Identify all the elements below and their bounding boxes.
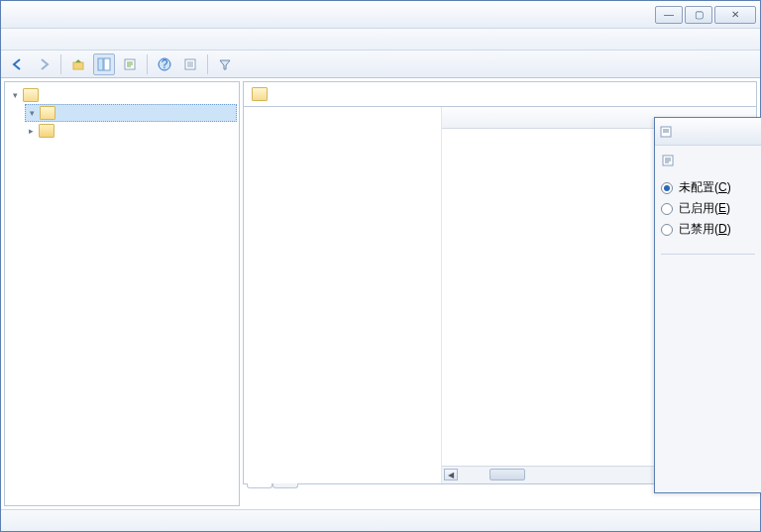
radio-disabled[interactable] bbox=[661, 224, 673, 236]
folder-icon bbox=[40, 106, 55, 120]
tab-extended[interactable] bbox=[247, 483, 272, 488]
tree-desktop[interactable]: ▸ bbox=[25, 122, 237, 140]
collapse-icon[interactable]: ▾ bbox=[9, 89, 21, 101]
main-window: — ▢ ✕ ? ▾ bbox=[0, 0, 761, 532]
export-button[interactable] bbox=[119, 53, 141, 75]
help-button[interactable]: ? bbox=[154, 53, 175, 75]
detail-pane bbox=[244, 107, 442, 483]
folder-icon bbox=[23, 88, 39, 102]
tree-root[interactable]: ▾ bbox=[9, 86, 237, 104]
label-enabled: 已启用(E) bbox=[679, 200, 730, 217]
forward-button[interactable] bbox=[33, 53, 54, 75]
menu-file[interactable] bbox=[7, 38, 23, 42]
back-button[interactable] bbox=[7, 53, 29, 75]
svg-rect-1 bbox=[98, 58, 103, 70]
maximize-button[interactable]: ▢ bbox=[685, 6, 712, 24]
tab-standard[interactable] bbox=[272, 483, 298, 488]
label-disabled: 已禁用(D) bbox=[679, 221, 731, 238]
menu-help[interactable] bbox=[66, 38, 82, 42]
close-button[interactable]: ✕ bbox=[714, 6, 756, 24]
radio-enabled[interactable] bbox=[661, 203, 673, 215]
scroll-left-icon[interactable]: ◀ bbox=[444, 469, 458, 480]
radio-not-configured[interactable] bbox=[661, 182, 673, 194]
folder-icon bbox=[252, 87, 268, 101]
status-bar bbox=[1, 509, 760, 531]
menubar bbox=[1, 29, 760, 51]
policy-dialog: 未配置(C) 已启用(E) 已禁用(D) bbox=[654, 117, 761, 493]
dialog-titlebar[interactable] bbox=[655, 118, 761, 146]
expand-icon[interactable]: ▸ bbox=[25, 125, 37, 137]
svg-rect-2 bbox=[104, 58, 110, 70]
show-tree-button[interactable] bbox=[93, 53, 115, 75]
filter-button[interactable] bbox=[214, 53, 236, 75]
list-header-bar bbox=[243, 81, 757, 107]
tree-system[interactable]: ▾ bbox=[25, 104, 237, 122]
scroll-thumb[interactable] bbox=[489, 469, 525, 480]
tree-pane[interactable]: ▾ ▾ ▸ bbox=[4, 81, 240, 506]
tree: ▾ ▾ ▸ bbox=[7, 86, 237, 140]
svg-text:?: ? bbox=[162, 57, 168, 71]
up-button[interactable] bbox=[67, 53, 89, 75]
toolbar: ? bbox=[1, 51, 760, 78]
minimize-button[interactable]: — bbox=[655, 6, 683, 24]
policy-icon bbox=[659, 125, 673, 139]
svg-rect-0 bbox=[73, 62, 83, 69]
label-not-configured: 未配置(C) bbox=[679, 179, 731, 196]
titlebar: — ▢ ✕ bbox=[1, 1, 760, 29]
policy-icon bbox=[661, 154, 675, 167]
menu-action[interactable] bbox=[27, 38, 43, 42]
folder-icon bbox=[39, 124, 54, 138]
menu-view[interactable] bbox=[47, 38, 62, 42]
collapse-icon[interactable]: ▾ bbox=[26, 107, 38, 119]
properties-button[interactable] bbox=[179, 53, 201, 75]
